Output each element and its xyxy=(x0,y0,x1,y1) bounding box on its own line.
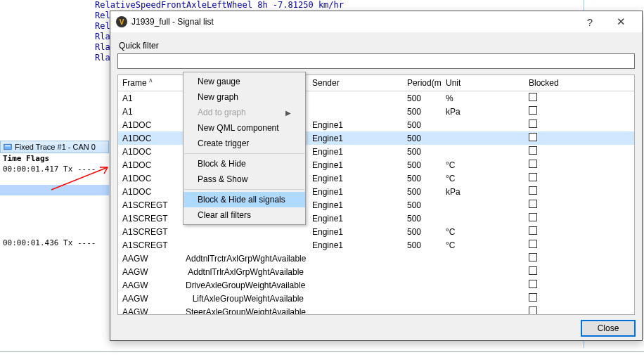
menu-item[interactable]: New graph xyxy=(183,89,305,105)
blocked-checkbox[interactable] xyxy=(529,106,537,115)
blocked-checkbox[interactable] xyxy=(529,253,537,261)
cell-period: 500 xyxy=(403,172,442,185)
close-button[interactable]: Close xyxy=(581,321,635,336)
cell-unit: kPa xyxy=(442,185,524,198)
dialog-titlebar[interactable]: V J1939_full - Signal list ? ✕ xyxy=(110,11,642,32)
submenu-arrow-icon: ▶ xyxy=(285,109,291,117)
cell-sender: Engine1 xyxy=(308,238,403,252)
cell-blocked[interactable] xyxy=(524,105,634,118)
cell-sender: Engine1 xyxy=(308,225,403,238)
blocked-checkbox[interactable] xyxy=(529,293,537,302)
menu-item[interactable]: Clear all filters xyxy=(183,207,305,223)
cell-blocked[interactable] xyxy=(524,252,634,265)
blocked-checkbox[interactable] xyxy=(529,160,537,168)
col-unit[interactable]: Unit xyxy=(442,75,524,91)
cell-blocked[interactable] xyxy=(524,212,634,225)
menu-separator xyxy=(184,153,304,154)
cell-sender: Engine1 xyxy=(308,212,403,225)
blocked-checkbox[interactable] xyxy=(529,133,537,141)
cell-blocked[interactable] xyxy=(524,265,634,278)
cell-blocked[interactable] xyxy=(524,91,634,105)
cell-sender: Engine1 xyxy=(308,158,403,172)
help-button[interactable]: ? xyxy=(574,12,605,32)
menu-item[interactable]: New gauge xyxy=(183,74,305,89)
cell-blocked[interactable] xyxy=(524,198,634,212)
blocked-checkbox[interactable] xyxy=(529,226,537,235)
blocked-checkbox[interactable] xyxy=(529,266,537,275)
menu-item[interactable]: Block & Hide xyxy=(183,156,305,172)
cell-frame: A1DOC xyxy=(118,185,181,198)
table-row[interactable]: A1SCREGTEngine1500°C xyxy=(118,225,634,238)
blocked-checkbox[interactable] xyxy=(529,240,537,248)
col-frame[interactable]: Frame∧ xyxy=(118,75,181,91)
cell-unit xyxy=(442,292,524,305)
cell-unit xyxy=(442,252,524,265)
cell-frame: A1SCREGT xyxy=(118,212,181,225)
blocked-checkbox[interactable] xyxy=(529,173,537,181)
blocked-checkbox[interactable] xyxy=(529,280,537,288)
col-blocked[interactable]: Blocked xyxy=(524,75,634,91)
cell-blocked[interactable] xyxy=(524,305,634,314)
table-row[interactable]: AAGWLiftAxleGroupWeightAvailable xyxy=(118,292,634,305)
cell-frame: A1SCREGT xyxy=(118,198,181,212)
close-icon[interactable]: ✕ xyxy=(605,12,636,32)
blocked-checkbox[interactable] xyxy=(529,146,537,155)
table-row[interactable]: AAGWAddtnlTrctrAxlGrpWghtAvailable xyxy=(118,252,634,265)
cell-blocked[interactable] xyxy=(524,185,634,198)
menu-item[interactable]: New QML component xyxy=(183,120,305,136)
trace-row xyxy=(0,174,109,185)
cell-unit xyxy=(442,278,524,292)
dialog-title: J1939_full - Signal list xyxy=(131,17,214,27)
cell-sender xyxy=(308,252,403,265)
blocked-checkbox[interactable] xyxy=(529,213,537,221)
sort-asc-icon: ∧ xyxy=(148,77,153,84)
trace-panel: Fixed Trace #1 - CAN 0 Time Flags 00:00:… xyxy=(0,141,109,248)
blocked-checkbox[interactable] xyxy=(529,119,537,128)
cell-sender xyxy=(308,305,403,314)
cell-blocked[interactable] xyxy=(524,145,634,158)
menu-item[interactable]: Create trigger xyxy=(183,136,305,151)
cell-period: 500 xyxy=(403,105,442,118)
cell-blocked[interactable] xyxy=(524,158,634,172)
quick-filter-input[interactable] xyxy=(117,53,635,69)
cell-period: 500 xyxy=(403,158,442,172)
cell-blocked[interactable] xyxy=(524,172,634,185)
cell-unit: °C xyxy=(442,238,524,252)
cell-sender: Engine1 xyxy=(308,198,403,212)
cell-period: 500 xyxy=(403,212,442,225)
cell-blocked[interactable] xyxy=(524,131,634,145)
table-row[interactable]: AAGWDriveAxleGroupWeightAvailable xyxy=(118,278,634,292)
blocked-checkbox[interactable] xyxy=(529,200,537,208)
cell-unit: kPa xyxy=(442,105,524,118)
cell-sender xyxy=(308,105,403,118)
cell-blocked[interactable] xyxy=(524,292,634,305)
blocked-checkbox[interactable] xyxy=(529,306,537,314)
cell-blocked[interactable] xyxy=(524,278,634,292)
cell-frame: A1SCREGT xyxy=(118,225,181,238)
cell-blocked[interactable] xyxy=(524,238,634,252)
cell-signal xyxy=(181,238,308,252)
cell-period: 500 xyxy=(403,145,442,158)
quick-filter-label: Quick filter xyxy=(119,41,633,51)
menu-item[interactable]: Pass & Show xyxy=(183,172,305,187)
cell-blocked[interactable] xyxy=(524,225,634,238)
blocked-checkbox[interactable] xyxy=(529,186,537,195)
blocked-checkbox[interactable] xyxy=(529,93,537,101)
cell-sender xyxy=(308,265,403,278)
cell-blocked[interactable] xyxy=(524,118,634,131)
trace-row: 00:00:01.417 Tx ---- xyxy=(0,164,109,174)
menu-item[interactable]: Block & Hide all signals xyxy=(183,192,305,207)
cell-frame: A1SCREGT xyxy=(118,238,181,252)
table-row[interactable]: A1SCREGTEngine1500°C xyxy=(118,238,634,252)
col-sender[interactable]: Sender xyxy=(308,75,403,91)
cell-period: 500 xyxy=(403,131,442,145)
cell-sender xyxy=(308,292,403,305)
cell-sender xyxy=(308,278,403,292)
col-period[interactable]: Period(ms) xyxy=(403,75,442,91)
cell-frame: A1DOC xyxy=(118,158,181,172)
cell-frame: AAGW xyxy=(118,305,181,314)
cell-sender xyxy=(308,91,403,105)
table-row[interactable]: AAGWAddtnlTrlrAxlGrpWghtAvailable xyxy=(118,265,634,278)
table-row[interactable]: AAGWSteerAxleGroupWeightAvailable xyxy=(118,305,634,314)
cell-period xyxy=(403,292,442,305)
